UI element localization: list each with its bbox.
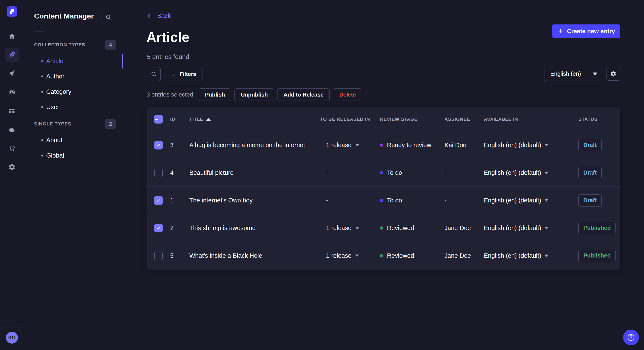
content-manager-sidebar: Content Manager COLLECTION TYPES 4 Artic… xyxy=(24,0,123,350)
cart-icon xyxy=(8,145,16,152)
sidebar-item-label: About xyxy=(46,137,62,144)
sidebar-item-author[interactable]: Author xyxy=(24,69,123,84)
sidebar-item-label: Article xyxy=(46,58,64,65)
sidebar-item-label: Category xyxy=(46,88,71,95)
sidebar-item-article[interactable]: Article xyxy=(24,53,123,69)
filters-button[interactable]: Filters xyxy=(164,67,203,81)
entries-count: 5 entries found xyxy=(147,53,189,60)
locale-select[interactable]: English (en) xyxy=(544,67,603,81)
single-types-count-badge: 2 xyxy=(105,119,116,129)
collection-types-count-badge: 4 xyxy=(105,40,116,49)
cell-assignee: - xyxy=(444,197,484,204)
row-checkbox[interactable] xyxy=(154,196,163,205)
bullet-icon xyxy=(41,106,43,108)
cell-assignee: Kai Doe xyxy=(444,142,484,149)
locale-value: English (en) xyxy=(550,71,581,77)
unpublish-button[interactable]: Unpublish xyxy=(234,88,274,101)
back-link[interactable]: Back xyxy=(147,12,171,19)
search-icon xyxy=(105,14,112,20)
status-badge: Published xyxy=(578,250,616,262)
table-row[interactable]: 1 The internet's Own boy - To do - Engli… xyxy=(146,186,620,214)
sort-asc-icon[interactable] xyxy=(206,118,211,121)
column-header-title: TITLE xyxy=(189,117,320,122)
release-dropdown[interactable]: 1 release xyxy=(320,224,380,232)
chevron-down-icon xyxy=(355,227,359,229)
rail-nav xyxy=(0,29,24,174)
status-badge: Published xyxy=(578,222,616,234)
user-avatar[interactable]: KD xyxy=(6,332,18,344)
paper-plane-icon xyxy=(8,70,16,77)
nav-media-library[interactable] xyxy=(5,85,19,99)
app-root: KD Content Manager COLLECTION TYPES 4 Ar… xyxy=(0,0,644,350)
cell-id: 3 xyxy=(170,142,189,149)
strapi-logo[interactable] xyxy=(7,6,17,16)
available-in-dropdown[interactable]: English (en) (default) xyxy=(484,252,578,259)
sidebar-item-category[interactable]: Category xyxy=(24,84,123,99)
available-in-dropdown[interactable]: English (en) (default) xyxy=(484,224,578,232)
release-dropdown[interactable]: 1 release xyxy=(320,142,380,149)
sidebar-search-button[interactable] xyxy=(102,10,115,24)
table-row[interactable]: 3 A bug is becoming a meme on the intern… xyxy=(146,131,620,159)
row-checkbox[interactable] xyxy=(154,141,163,150)
nav-marketplace[interactable] xyxy=(5,142,19,155)
available-in-dropdown[interactable]: English (en) (default) xyxy=(484,197,578,204)
stage-dot-icon xyxy=(380,254,383,257)
add-to-release-button[interactable]: Add to Release xyxy=(277,88,330,101)
sidebar-item-global[interactable]: Global xyxy=(24,148,123,163)
table-row[interactable]: 2 This shrimp is awesome 1 release Revie… xyxy=(146,214,620,242)
row-checkbox[interactable] xyxy=(154,252,163,260)
nav-deploy[interactable] xyxy=(5,123,19,137)
indeterminate-icon xyxy=(154,119,158,120)
rail-bottom-divider xyxy=(0,327,24,328)
create-new-entry-button[interactable]: Create new entry xyxy=(552,24,620,38)
cell-title: What's inside a Black Hole xyxy=(189,252,320,259)
cell-review-stage: Reviewed xyxy=(380,252,444,259)
cell-review-stage: To do xyxy=(380,169,444,176)
release-dropdown[interactable]: - xyxy=(320,169,380,176)
delete-button[interactable]: Delete xyxy=(333,88,362,101)
cell-assignee: Jane Doe xyxy=(444,224,484,232)
cell-id: 5 xyxy=(170,252,189,259)
column-header-review-stage: REVIEW STAGE xyxy=(380,117,444,122)
table-row[interactable]: 5 What's inside a Black Hole 1 release R… xyxy=(146,242,620,269)
bullet-icon xyxy=(41,139,43,141)
status-badge: Draft xyxy=(578,139,602,151)
status-badge: Draft xyxy=(578,167,602,179)
cell-assignee: - xyxy=(444,169,484,176)
help-button[interactable] xyxy=(623,330,639,345)
sidebar-item-label: Global xyxy=(46,152,64,159)
sidebar-item-label: User xyxy=(46,104,59,111)
nav-settings[interactable] xyxy=(5,160,19,174)
column-header-id: ID xyxy=(170,117,189,122)
selection-count-text: 3 entries selected xyxy=(146,91,193,98)
question-circle-icon xyxy=(627,333,635,342)
available-in-dropdown[interactable]: English (en) (default) xyxy=(484,169,578,176)
cell-id: 2 xyxy=(170,224,189,232)
search-entries-button[interactable] xyxy=(147,67,160,81)
table-row[interactable]: 4 Beautiful picture - To do - English (e… xyxy=(146,159,620,186)
release-dropdown[interactable]: - xyxy=(320,197,380,204)
select-all-checkbox[interactable] xyxy=(154,115,163,124)
row-checkbox[interactable] xyxy=(154,169,163,177)
layout-icon xyxy=(8,107,16,115)
plus-icon xyxy=(558,28,564,34)
column-header-assignee: ASSIGNEE xyxy=(444,117,484,122)
publish-button[interactable]: Publish xyxy=(199,88,231,101)
available-in-dropdown[interactable]: English (en) (default) xyxy=(484,142,578,149)
chevron-down-icon xyxy=(355,144,359,146)
sidebar-item-about[interactable]: About xyxy=(24,133,123,148)
sidebar-item-user[interactable]: User xyxy=(24,99,123,115)
sidebar-title: Content Manager xyxy=(34,12,94,20)
row-checkbox[interactable] xyxy=(154,224,163,232)
nav-home[interactable] xyxy=(5,29,19,43)
nav-content-manager[interactable] xyxy=(5,48,19,62)
column-header-release: TO BE RELEASED IN xyxy=(320,117,380,122)
nav-releases[interactable] xyxy=(5,67,19,80)
cell-review-stage: To do xyxy=(380,197,444,204)
nav-content-type-builder[interactable] xyxy=(5,104,19,118)
view-settings-button[interactable] xyxy=(606,67,620,81)
table-header-row: ID TITLE TO BE RELEASED IN REVIEW STAGE … xyxy=(146,107,620,131)
filter-icon xyxy=(170,71,176,77)
cell-title: This shrimp is awesome xyxy=(189,224,320,232)
release-dropdown[interactable]: 1 release xyxy=(320,252,380,259)
